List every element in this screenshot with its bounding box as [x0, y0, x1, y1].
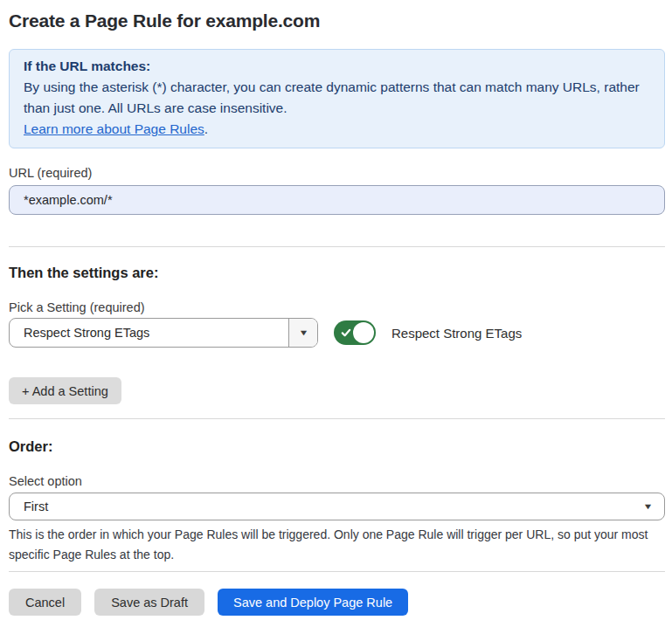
save-draft-button[interactable]: Save as Draft [94, 589, 204, 616]
divider [9, 571, 665, 572]
info-box-heading: If the URL matches: [24, 56, 650, 77]
setting-select[interactable]: Respect Strong ETags ▼ [9, 318, 318, 348]
order-help-text: This is the order in which your Page Rul… [9, 525, 665, 565]
learn-more-link[interactable]: Learn more about Page Rules [24, 121, 204, 136]
chevron-down-icon: ▼ [643, 503, 654, 511]
setting-select-value: Respect Strong ETags [10, 326, 288, 340]
toggle-label: Respect Strong ETags [391, 326, 522, 341]
url-match-info-box: If the URL matches: By using the asteris… [9, 49, 665, 148]
setting-select-arrow-button[interactable]: ▼ [288, 319, 317, 347]
check-icon [341, 327, 351, 338]
toggle-knob [353, 322, 374, 343]
info-link-line: Learn more about Page Rules. [24, 119, 650, 140]
info-box-body: By using the asterisk (*) character, you… [24, 77, 650, 119]
save-deploy-button[interactable]: Save and Deploy Page Rule [218, 589, 408, 616]
order-select[interactable]: First ▼ [9, 493, 665, 520]
footer-actions: Cancel Save as Draft Save and Deploy Pag… [9, 589, 665, 616]
link-suffix: . [204, 121, 208, 136]
divider [9, 246, 665, 247]
setting-toggle[interactable] [334, 320, 376, 345]
create-page-rule-form: Create a Page Rule for example.com If th… [0, 0, 672, 627]
cancel-button[interactable]: Cancel [9, 589, 81, 616]
page-title: Create a Page Rule for example.com [9, 10, 665, 31]
settings-section-heading: Then the settings are: [9, 264, 665, 281]
chevron-down-icon: ▼ [298, 329, 308, 337]
order-select-value: First [10, 500, 644, 513]
divider [9, 418, 665, 419]
pick-setting-label: Pick a Setting (required) [9, 300, 665, 315]
url-input[interactable] [9, 185, 665, 215]
url-field-label: URL (required) [9, 165, 665, 181]
order-section-heading: Order: [9, 438, 665, 455]
add-setting-button[interactable]: + Add a Setting [9, 377, 121, 404]
select-option-label: Select option [9, 473, 665, 489]
setting-row: Respect Strong ETags ▼ Respect Strong ET… [9, 318, 665, 348]
